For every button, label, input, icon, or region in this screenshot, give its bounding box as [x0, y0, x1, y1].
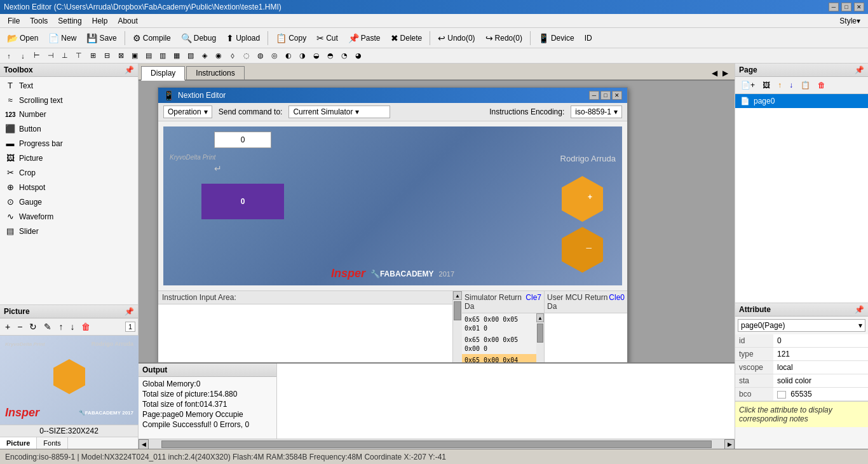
menu-about[interactable]: About — [112, 15, 142, 27]
upload-button[interactable]: ⬆ Upload — [222, 31, 264, 46]
dialog-close[interactable]: ✕ — [612, 91, 622, 100]
page-pin[interactable]: 📌 — [855, 65, 864, 74]
tool-text[interactable]: T Text — [1, 78, 137, 93]
page-item-0[interactable]: 📄 page0 — [735, 94, 868, 108]
tool-button[interactable]: ⬛ Button — [1, 121, 137, 136]
redo-button[interactable]: ↪ Redo(0) — [481, 31, 527, 46]
tool-b5[interactable]: ▥ — [156, 50, 169, 62]
tool-b8[interactable]: ◈ — [198, 50, 211, 62]
tool-gauge[interactable]: ⊙ Gauge — [1, 194, 137, 209]
picture-down-button[interactable]: ↓ — [67, 320, 77, 333]
sim-clear-link[interactable]: Cle7 — [526, 293, 541, 311]
tool-progress-bar[interactable]: ▬ Progress bar — [1, 136, 137, 151]
delete-button[interactable]: ✖ Delete — [386, 31, 427, 46]
tool-hotspot[interactable]: ⊕ Hotspot — [1, 180, 137, 194]
tool-picture[interactable]: 🖼 Picture — [1, 151, 137, 165]
align-hcenter-button[interactable]: ⊥ — [58, 50, 71, 62]
debug-button[interactable]: 🔍 Debug — [177, 31, 220, 46]
page-img[interactable]: 🖼 — [759, 79, 773, 92]
picture-remove-button[interactable]: − — [15, 320, 25, 333]
tool-number[interactable]: 123 Number — [1, 107, 137, 121]
picture-add-button[interactable]: + — [3, 320, 13, 333]
distribute-h-button[interactable]: ⊞ — [86, 50, 99, 62]
tool-b14[interactable]: ◐ — [282, 50, 295, 62]
menu-style[interactable]: Style▾ — [834, 15, 865, 27]
tool-scrolling-text[interactable]: ≈ Scrolling text — [1, 93, 137, 107]
device-button[interactable]: 📱 Device — [534, 31, 579, 46]
fonts-tab[interactable]: Fonts — [37, 437, 68, 449]
page-down-arrow[interactable]: ↓ — [786, 79, 796, 92]
tool-b19[interactable]: ◕ — [352, 50, 365, 62]
attr-dropdown[interactable]: page0(Page) ▾ — [738, 319, 865, 332]
h-scrollbar[interactable]: ◀ ▶ — [139, 439, 735, 449]
menu-help[interactable]: Help — [87, 15, 113, 27]
menu-file[interactable]: File — [3, 15, 25, 27]
scroll-thumb[interactable] — [454, 301, 461, 320]
scroll-up[interactable]: ▲ — [453, 291, 462, 300]
tab-right-arrow[interactable]: ▶ — [720, 67, 731, 79]
menu-setting[interactable]: Setting — [53, 15, 86, 27]
tool-b1[interactable]: ⊟ — [100, 50, 113, 62]
attr-pin[interactable]: 📌 — [855, 305, 864, 314]
tool-b6[interactable]: ▦ — [170, 50, 183, 62]
cut-button[interactable]: ✂ Cut — [312, 31, 342, 46]
new-button[interactable]: 📄 New — [44, 31, 81, 46]
picture-edit-button[interactable]: ✎ — [41, 320, 54, 333]
sim-dropdown[interactable]: Current Simulator ▾ — [288, 106, 390, 118]
paste-button[interactable]: 📌 Paste — [344, 31, 385, 46]
page-add[interactable]: 📄+ — [738, 79, 758, 92]
undo-button[interactable]: ↩ Undo(0) — [433, 31, 479, 46]
picture-tab[interactable]: Picture — [0, 437, 37, 449]
tool-b18[interactable]: ◔ — [338, 50, 351, 62]
tool-b9[interactable]: ◉ — [212, 50, 225, 62]
align-top-button[interactable]: ↑ — [3, 50, 15, 62]
align-right-button[interactable]: ⊣ — [44, 50, 57, 62]
h-scroll-thumb[interactable] — [161, 440, 712, 448]
tab-instructions[interactable]: Instructions — [186, 66, 244, 79]
mcu-clear-link[interactable]: Cle0 — [609, 293, 625, 311]
toolbox-pin[interactable]: 📌 — [125, 65, 134, 74]
tool-b12[interactable]: ◍ — [254, 50, 267, 62]
operation-dropdown[interactable]: Operation ▾ — [163, 106, 212, 118]
tab-left-arrow[interactable]: ◀ — [709, 67, 720, 79]
tool-b3[interactable]: ▣ — [128, 50, 141, 62]
tab-display[interactable]: Display — [141, 66, 185, 81]
page-copy[interactable]: 📋 — [797, 79, 813, 92]
picture-up-button[interactable]: ↑ — [56, 320, 65, 333]
tool-b4[interactable]: ▤ — [142, 50, 155, 62]
compile-button[interactable]: ⚙ Compile — [128, 31, 175, 46]
save-button[interactable]: 💾 Save — [82, 31, 121, 46]
tool-b7[interactable]: ▧ — [184, 50, 197, 62]
maximize-button[interactable]: □ — [841, 3, 851, 11]
h-scroll-right[interactable]: ▶ — [724, 439, 735, 449]
canvas-area[interactable]: 📱 Nextion Editor ─ □ ✕ Operation ▾ — [139, 81, 735, 439]
tool-b11[interactable]: ◌ — [240, 50, 253, 62]
page-up-arrow[interactable]: ↑ — [775, 79, 785, 92]
attr-val-sta[interactable]: solid color — [773, 374, 868, 388]
open-button[interactable]: 📂 Open — [3, 31, 43, 46]
picture-refresh-button[interactable]: ↻ — [27, 320, 39, 333]
tool-waveform[interactable]: ∿ Waveform — [1, 209, 137, 224]
attr-val-vscope[interactable]: local — [773, 361, 868, 374]
tool-crop[interactable]: ✂ Crop — [1, 165, 137, 180]
h-scroll-left[interactable]: ◀ — [139, 439, 149, 449]
dialog-maximize[interactable]: □ — [600, 91, 611, 100]
sim-scroll-thumb[interactable] — [537, 324, 543, 343]
close-button[interactable]: ✕ — [854, 3, 864, 11]
tool-b2[interactable]: ⊠ — [114, 50, 127, 62]
align-bottom-button[interactable]: ↓ — [17, 50, 29, 62]
enc-dropdown[interactable]: iso-8859-1 ▾ — [571, 106, 622, 118]
attr-val-type[interactable]: 121 — [773, 348, 868, 361]
menu-tools[interactable]: Tools — [25, 15, 53, 27]
tool-b16[interactable]: ◒ — [310, 50, 323, 62]
align-left-button[interactable]: ⊢ — [31, 50, 43, 62]
picture-delete-button[interactable]: 🗑 — [79, 320, 93, 333]
tool-slider[interactable]: ▤ Slider — [1, 224, 137, 238]
picture-panel-pin[interactable]: 📌 — [125, 307, 134, 316]
page-delete[interactable]: 🗑 — [815, 79, 829, 92]
sim-scroll-up[interactable]: ▲ — [536, 313, 544, 322]
dialog-minimize[interactable]: ─ — [589, 91, 599, 100]
tool-b10[interactable]: ◊ — [226, 50, 239, 62]
minimize-button[interactable]: ─ — [829, 3, 839, 11]
align-vcenter-button[interactable]: ⊤ — [72, 50, 85, 62]
